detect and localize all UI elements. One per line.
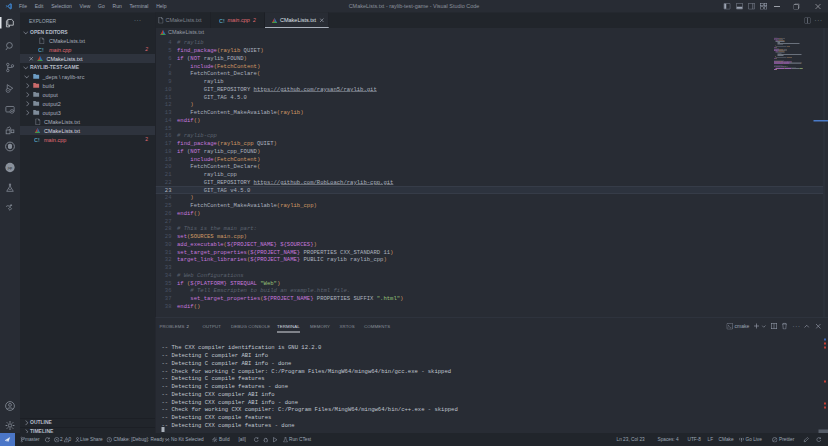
svg-text:C: C [38,47,42,53]
svg-text:C: C [34,137,38,143]
svg-text:jup: jup [7,166,13,170]
svg-text:C: C [219,18,223,24]
